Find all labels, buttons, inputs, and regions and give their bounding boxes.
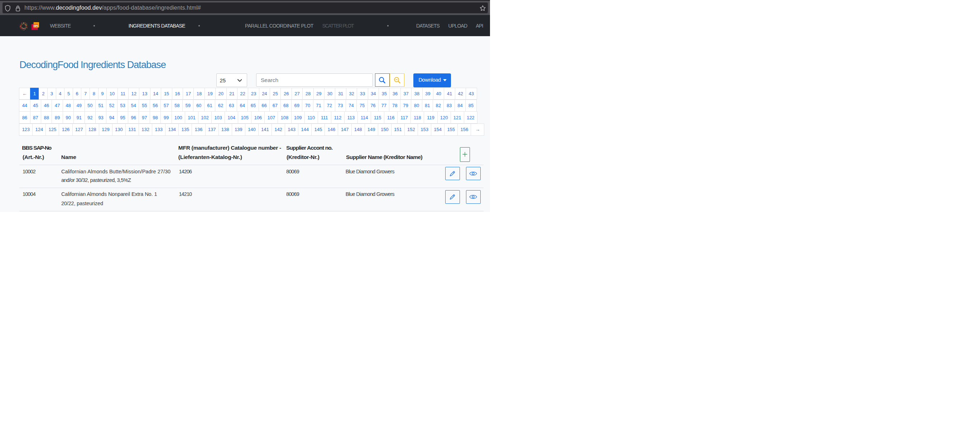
svg-text:HPI: HPI	[33, 24, 38, 28]
